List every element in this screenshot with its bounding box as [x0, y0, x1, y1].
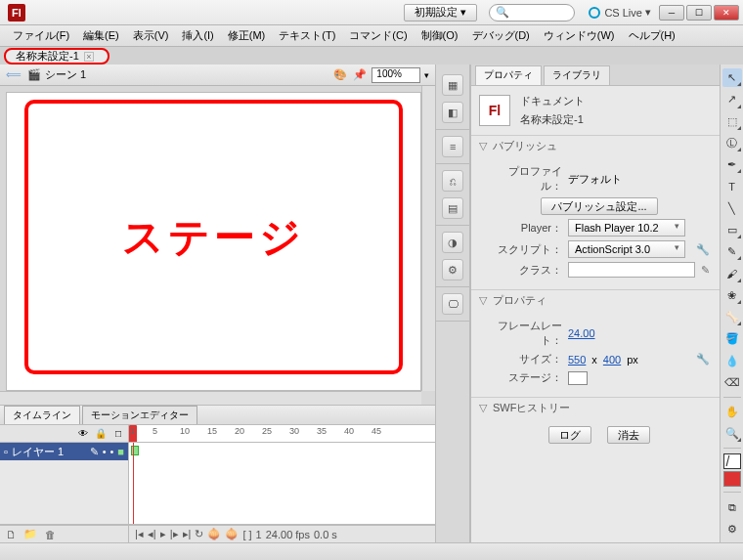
brush-tool[interactable]: 🖌 [722, 264, 742, 282]
title-bar: Fl 初期設定 ▾ 🔍 CS Live ▾ ─ ☐ ✕ [0, 0, 743, 25]
panel-icon[interactable]: ▤ [442, 197, 463, 219]
menu-control[interactable]: 制御(O) [415, 26, 465, 45]
tab-properties[interactable]: プロパティ [475, 65, 542, 85]
rewind-icon[interactable]: |◂ [135, 528, 144, 540]
snap-tool[interactable]: ⧉ [722, 497, 742, 516]
menu-command[interactable]: コマンド(C) [342, 26, 414, 45]
size-height[interactable]: 400 [603, 354, 621, 366]
twisty-icon: ▽ [479, 402, 489, 414]
menu-insert[interactable]: 挿入(I) [175, 26, 220, 45]
fill-color-swatch[interactable] [723, 471, 741, 487]
pen-tool[interactable]: ✒ [722, 155, 742, 174]
fps-value[interactable]: 24.00 [568, 327, 595, 339]
panel-icon[interactable]: ≡ [442, 136, 463, 157]
tab-motion-editor[interactable]: モーションエディター [82, 406, 197, 424]
stage-color-swatch[interactable] [568, 371, 588, 385]
bone-tool[interactable]: 🦴 [722, 308, 742, 326]
new-folder-icon[interactable]: 📁 [23, 528, 37, 541]
visibility-icon[interactable]: 👁 [77, 428, 89, 440]
panel-icon[interactable]: ▦ [442, 74, 463, 96]
free-transform-tool[interactable]: ⬚ [722, 112, 742, 131]
onion-outline-icon[interactable]: 🧅 [225, 528, 239, 540]
eyedropper-tool[interactable]: 💧 [722, 351, 742, 369]
search-input[interactable]: 🔍 [489, 4, 575, 22]
section-swf-header[interactable]: ▽SWFヒストリー [471, 398, 720, 418]
menu-view[interactable]: 表示(V) [126, 26, 176, 45]
size-width[interactable]: 550 [568, 354, 586, 366]
document-tab-close[interactable]: × [84, 52, 94, 62]
layout-dropdown[interactable]: 初期設定 ▾ [404, 4, 477, 22]
twisty-icon: ▽ [479, 294, 489, 307]
stage-vscrollbar[interactable] [421, 86, 435, 391]
menu-window[interactable]: ウィンドウ(W) [537, 26, 622, 45]
class-input[interactable] [568, 262, 695, 278]
onion-icon[interactable]: 🧅 [207, 528, 221, 540]
eraser-tool[interactable]: ⌫ [722, 373, 742, 392]
layer-row[interactable]: ▫ レイヤー 1 ✎ • • ■ [0, 443, 128, 460]
maximize-button[interactable]: ☐ [686, 5, 712, 21]
rectangle-tool[interactable]: ▭ [722, 221, 742, 239]
panel-icon[interactable]: ⚙ [442, 259, 463, 280]
script-select[interactable]: ActionScript 3.0 [568, 240, 685, 258]
tab-timeline[interactable]: タイムライン [4, 406, 80, 424]
stroke-color-swatch[interactable] [723, 453, 741, 469]
paint-bucket-tool[interactable]: 🪣 [722, 329, 742, 348]
subselection-tool[interactable]: ↗ [722, 90, 742, 108]
stage-hscrollbar[interactable] [0, 391, 421, 405]
document-name: 名称未設定-1 [520, 112, 585, 127]
cslive-button[interactable]: CS Live ▾ [583, 6, 657, 19]
scene-name[interactable]: シーン 1 [45, 67, 86, 82]
menu-modify[interactable]: 修正(M) [221, 26, 273, 45]
selection-tool[interactable]: ↖ [722, 68, 742, 87]
menu-file[interactable]: ファイル(F) [6, 26, 76, 45]
panel-icon[interactable]: ⎌ [442, 170, 463, 192]
panel-icon[interactable]: ◧ [442, 102, 463, 123]
wrench-icon[interactable]: 🔧 [696, 353, 710, 366]
step-back-icon[interactable]: ◂| [148, 528, 156, 540]
document-tab-label: 名称未設定-1 [16, 49, 79, 64]
options-tool[interactable]: ⚙ [722, 520, 742, 538]
zoom-dropdown-icon[interactable]: ▾ [424, 70, 429, 80]
menu-help[interactable]: ヘルプ(H) [622, 26, 682, 45]
clear-button[interactable]: 消去 [607, 426, 650, 444]
menu-debug[interactable]: デバッグ(D) [465, 26, 537, 45]
wrench-icon[interactable]: 🔧 [696, 243, 710, 256]
frame-area[interactable] [129, 443, 435, 524]
hand-tool[interactable]: ✋ [722, 403, 742, 421]
close-button[interactable]: ✕ [714, 5, 739, 21]
panel-icon[interactable]: 🖵 [442, 293, 463, 315]
tab-library[interactable]: ライブラリ [544, 65, 610, 85]
menu-text[interactable]: テキスト(T) [272, 26, 342, 45]
loop-icon[interactable]: ↻ [195, 528, 203, 540]
step-fwd-icon[interactable]: |▸ [170, 528, 179, 540]
zoom-tool[interactable]: 🔍 [722, 424, 742, 443]
log-button[interactable]: ログ [548, 426, 591, 444]
delete-layer-icon[interactable]: 🗑 [43, 528, 57, 541]
panel-icon[interactable]: ◑ [442, 232, 463, 253]
outline-icon[interactable]: □ [112, 428, 124, 440]
publish-settings-button[interactable]: パブリッシュ設定... [541, 197, 657, 215]
edit-scene-icon[interactable]: 🎨 [332, 67, 348, 83]
ffwd-icon[interactable]: ▸| [183, 528, 192, 540]
edit-symbol-icon[interactable]: 📌 [352, 67, 368, 83]
line-tool[interactable]: ╲ [722, 199, 742, 218]
back-icon[interactable]: ⟸ [6, 68, 22, 81]
new-layer-icon[interactable]: 🗋 [4, 528, 18, 541]
play-icon[interactable]: ▸ [160, 528, 166, 540]
deco-tool[interactable]: ❀ [722, 286, 742, 305]
player-select[interactable]: Flash Player 10.2 [568, 219, 685, 237]
lasso-tool[interactable]: Ⓛ [722, 134, 742, 152]
onion-edit-icon[interactable]: [ ] [242, 529, 251, 540]
lock-icon[interactable]: 🔒 [95, 428, 107, 440]
zoom-field[interactable]: 100% [372, 67, 420, 83]
section-properties-header[interactable]: ▽プロパティ [471, 290, 720, 311]
timeline-ruler[interactable]: 1 5 10 15 20 25 30 35 40 45 [129, 425, 435, 442]
text-tool[interactable]: T [722, 177, 742, 195]
minimize-button[interactable]: ─ [659, 5, 684, 21]
pencil-tool[interactable]: ✎ [722, 242, 742, 261]
stage-canvas[interactable]: ステージ [6, 92, 421, 391]
menu-edit[interactable]: 編集(E) [76, 26, 126, 45]
document-tab[interactable]: 名称未設定-1 × [4, 48, 109, 65]
section-publish-header[interactable]: ▽パブリッシュ [471, 136, 720, 156]
pencil-icon[interactable]: ✎ [701, 264, 710, 277]
